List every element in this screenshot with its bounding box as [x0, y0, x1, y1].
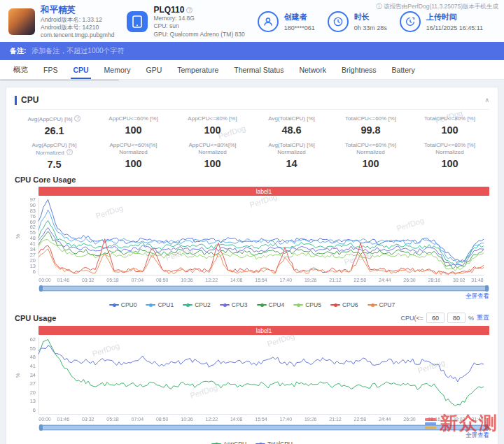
usage-chart-canvas[interactable] — [15, 335, 489, 423]
edition-note: ⓘ 该报告由PerfDog(11.3.25075)版本手机生成 — [376, 3, 498, 11]
stat-cell: AppCPU<=80% [%]100 — [173, 115, 252, 136]
core-fullscreen-link[interactable]: 全屏查看 — [15, 292, 489, 301]
legend-item-appcpu[interactable]: AppCPU — [211, 441, 246, 444]
core-chart-head: CPU Core Usage — [15, 176, 489, 184]
zoombar-fill[interactable] — [39, 425, 489, 430]
legend-label: CPU2 — [195, 301, 211, 308]
edition-text: 该报告由PerfDog(11.3.25075)版本手机生成 — [384, 3, 498, 10]
zoom-handle-right[interactable] — [485, 285, 489, 292]
duration-group: 时长 0h 33m 28s — [328, 11, 387, 32]
legend-label: CPU4 — [269, 301, 285, 308]
tab-battery[interactable]: Battery — [384, 60, 423, 79]
legend-label: AppCPU — [223, 441, 246, 444]
legend-item-cpu0[interactable]: CPU0 — [109, 301, 137, 308]
section-title: CPU — [21, 95, 38, 105]
stat-value: 100 — [413, 124, 486, 136]
stat-label: AppCPU<=60%[%] Normalized — [97, 142, 170, 156]
legend-item-cpu3[interactable]: CPU3 — [220, 301, 248, 308]
legend-item-cpu1[interactable]: CPU1 — [146, 301, 174, 308]
usage-fullscreen-link[interactable]: 全屏查看 — [15, 431, 489, 440]
device-info-icon[interactable]: ? — [186, 7, 192, 13]
threshold-low-input[interactable] — [426, 313, 444, 323]
legend-item-cpu6[interactable]: CPU6 — [330, 301, 358, 308]
core-chart-zoombar[interactable] — [38, 285, 489, 292]
stat-label: AppCPU<=80% [%] — [176, 115, 249, 122]
zoom-handle-right[interactable] — [485, 424, 489, 431]
stat-value: 100 — [176, 124, 249, 136]
stat-label: TotalCPU<=60% [%] Normalized — [334, 142, 407, 156]
threshold-unit: % — [468, 315, 474, 322]
stat-label: TotalCPU<=80% [%] — [413, 115, 486, 122]
tab-thermal-status[interactable]: Thermal Status — [226, 60, 291, 79]
core-chart-banner: label1 — [38, 187, 489, 196]
cpu-card: CPU ∧ Avg(AppCPU) [%]?26.1AppCPU<=60% [%… — [6, 87, 498, 444]
duration-value: 0h 33m 28s — [354, 24, 387, 31]
stat-label: AppCPU<=60% [%] — [97, 115, 170, 122]
app-version-code: Android版本号: 14210 — [41, 24, 114, 31]
threshold-high-input[interactable] — [447, 313, 465, 323]
legend-item-cpu4[interactable]: CPU4 — [257, 301, 285, 308]
tab-gpu[interactable]: GPU — [139, 60, 170, 79]
core-chart: label1 全屏查看 CPU0CPU1CPU2CPU3CPU4CPU5CPU6… — [15, 187, 489, 308]
stat-value: 100 — [176, 158, 249, 169]
legend-label: CPU3 — [232, 301, 248, 308]
legend-marker — [368, 304, 377, 306]
cpu-section-header: CPU ∧ — [15, 90, 489, 110]
stat-label: TotalCPU<=60% [%] — [334, 115, 407, 122]
tab-temperature[interactable]: Temperature — [169, 60, 226, 79]
creator-group: 创建者 180****061 — [258, 11, 315, 32]
cpu-stats-grid: Avg(AppCPU) [%]?26.1AppCPU<=60% [%]100Ap… — [15, 110, 489, 171]
tab-cpu[interactable]: CPU — [65, 60, 96, 79]
stat-value: 100 — [334, 158, 407, 169]
stat-info-icon[interactable]: ? — [66, 149, 73, 155]
tab-概览[interactable]: 概览 — [6, 60, 36, 79]
tab-brightness[interactable]: Brightness — [334, 60, 384, 79]
collapse-chevron-icon[interactable]: ∧ — [484, 96, 489, 103]
legend-item-cpu2[interactable]: CPU2 — [183, 301, 211, 308]
remark-bar[interactable]: 备注: 添加备注，不超过1000个字符 — [0, 42, 504, 60]
legend-label: CPU0 — [121, 301, 137, 308]
stat-value: 26.1 — [18, 125, 91, 136]
usage-chart-banner: label1 — [38, 326, 489, 335]
reset-button[interactable]: 重置 — [477, 313, 489, 322]
tab-memory[interactable]: Memory — [97, 60, 139, 79]
game-app-icon — [8, 8, 35, 35]
stat-value: 100 — [413, 158, 486, 169]
stat-cell: TotalCPU<=80% [%] Normalized100 — [410, 142, 489, 170]
legend-item-cpu7[interactable]: CPU7 — [368, 301, 396, 308]
person-icon — [258, 11, 279, 32]
legend-label: CPU1 — [158, 301, 174, 308]
app-package: com.tencent.tmgp.pubgmhd — [41, 31, 114, 39]
zoom-handle-left[interactable] — [39, 424, 43, 431]
tabs-scrollbar[interactable] — [0, 79, 119, 81]
tab-network[interactable]: Network — [291, 60, 334, 79]
stat-value: 14 — [255, 158, 328, 169]
stat-cell: AppCPU<=80%[%] Normalized100 — [173, 142, 252, 170]
device-memory: Memory: 14.8G — [153, 15, 244, 22]
stat-cell: Avg(TotalCPU) [%]48.6 — [252, 115, 331, 136]
usage-chart-zoombar[interactable] — [38, 424, 489, 431]
legend-item-cpu5[interactable]: CPU5 — [293, 301, 321, 308]
device-group: PLQ110? Memory: 14.8G CPU: sun GPU: Qual… — [127, 5, 244, 38]
creator-value: 180****061 — [284, 24, 315, 31]
zoom-handle-left[interactable] — [39, 285, 43, 292]
core-chart-canvas[interactable] — [15, 196, 489, 284]
legend-item-totalcpu[interactable]: TotalCPU — [255, 441, 293, 444]
stat-label: TotalCPU<=80% [%] Normalized — [413, 142, 486, 156]
stat-value: 7.5 — [18, 159, 91, 170]
legend-marker — [257, 304, 267, 306]
stat-label: AppCPU<=80%[%] Normalized — [176, 142, 249, 156]
core-chart-legend: CPU0CPU1CPU2CPU3CPU4CPU5CPU6CPU7 — [15, 301, 489, 308]
stat-label: Avg(TotalCPU) [%] — [255, 115, 328, 122]
tab-fps[interactable]: FPS — [36, 60, 65, 79]
game-title: 和平精英 — [41, 4, 114, 16]
stat-label: Avg(AppCPU) [%] Normalized? — [18, 142, 91, 157]
stat-cell: Avg(TotalCPU) [%] Normalized14 — [252, 142, 331, 170]
zoombar-fill[interactable] — [39, 286, 489, 291]
info-icon: ⓘ — [376, 3, 384, 10]
upload-time-icon — [400, 11, 421, 32]
stat-info-icon[interactable]: ? — [74, 115, 80, 122]
stat-cell: TotalCPU<=60% [%] Normalized100 — [331, 142, 410, 170]
app-version-name: Android版本名: 1.33.12 — [41, 16, 114, 24]
stat-cell: TotalCPU<=60% [%]99.8 — [331, 115, 410, 136]
